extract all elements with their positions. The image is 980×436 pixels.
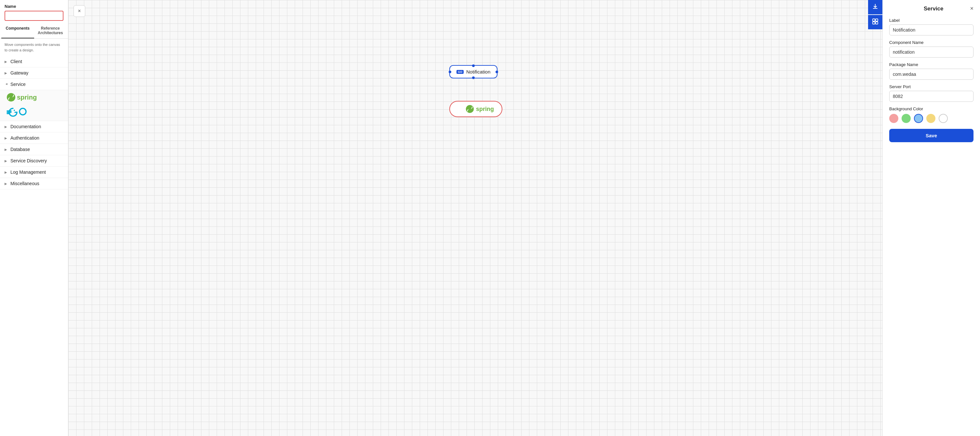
resize-handle-left[interactable] xyxy=(449,71,451,73)
svg-point-0 xyxy=(7,93,15,102)
nav-section: ▶ Client ▶ Gateway ▼ Service spring xyxy=(0,56,68,189)
color-swatch-yellow[interactable] xyxy=(926,114,935,123)
sidebar-item-miscellaneous-label: Miscellaneous xyxy=(10,181,39,186)
resize-handle-bottom[interactable] xyxy=(472,76,475,79)
color-swatch-green[interactable] xyxy=(902,114,911,123)
sidebar-item-log-management[interactable]: ▶ Log Management xyxy=(0,167,68,178)
sidebar-item-gateway-label: Gateway xyxy=(10,70,28,75)
spring-service-item[interactable]: spring xyxy=(6,93,64,102)
color-swatch-blue[interactable] xyxy=(914,114,923,123)
color-swatch-white[interactable] xyxy=(939,114,948,123)
layout-icon xyxy=(872,18,878,26)
resize-handle-right[interactable] xyxy=(496,71,498,73)
right-panel-header: Service × xyxy=(889,5,974,12)
svg-rect-10 xyxy=(875,22,878,24)
save-button[interactable]: Save xyxy=(889,129,974,142)
server-port-label: Server Port xyxy=(889,84,974,89)
component-name-label: Component Name xyxy=(889,40,974,45)
background-color-label: Background Color xyxy=(889,107,974,111)
go-icon xyxy=(6,105,33,118)
sidebar-item-authentication[interactable]: ▶ Authentication xyxy=(0,132,68,144)
chevron-right-icon: ▶ xyxy=(5,60,8,64)
notification-label: Notification xyxy=(466,69,490,75)
background-color-section: Background Color xyxy=(889,107,974,123)
sidebar-item-service[interactable]: ▼ Service xyxy=(0,79,68,90)
sidebar-item-service-discovery[interactable]: ▶ Service Discovery xyxy=(0,155,68,167)
svg-point-11 xyxy=(466,105,474,113)
sidebar-item-database-label: Database xyxy=(10,147,30,152)
svg-rect-8 xyxy=(875,19,878,21)
sidebar: Name Components Reference Architectures … xyxy=(0,0,68,436)
service-sub-items: spring xyxy=(0,90,68,121)
server-port-input[interactable] xyxy=(889,91,974,102)
sidebar-item-documentation[interactable]: ▶ Documentation xyxy=(0,121,68,132)
close-canvas-button[interactable]: × xyxy=(73,5,85,17)
close-icon: × xyxy=(78,8,81,14)
layout-button[interactable] xyxy=(868,15,882,29)
close-icon: × xyxy=(970,5,974,12)
label-input[interactable] xyxy=(889,24,974,35)
top-right-buttons xyxy=(868,0,882,29)
label-field-label: Label xyxy=(889,18,974,23)
sidebar-item-gateway[interactable]: ▶ Gateway xyxy=(0,67,68,79)
right-panel-title: Service xyxy=(897,6,970,12)
name-label: Name xyxy=(5,4,64,9)
package-name-label: Package Name xyxy=(889,62,974,67)
chevron-right-icon: ▶ xyxy=(5,136,8,140)
sidebar-item-documentation-label: Documentation xyxy=(10,124,41,129)
name-input[interactable] xyxy=(5,11,64,21)
sidebar-item-service-discovery-label: Service Discovery xyxy=(10,158,47,163)
sidebar-item-client-label: Client xyxy=(10,59,22,64)
component-name-field: Component Name xyxy=(889,40,974,57)
right-panel-close-button[interactable]: × xyxy=(970,5,974,12)
sidebar-item-client[interactable]: ▶ Client xyxy=(0,56,68,67)
name-section: Name xyxy=(0,0,68,24)
label-field: Label xyxy=(889,18,974,35)
spring-canvas-icon xyxy=(466,105,474,113)
sidebar-item-authentication-label: Authentication xyxy=(10,135,39,140)
color-options xyxy=(889,114,974,123)
tabs-bar: Components Reference Architectures xyxy=(0,24,68,39)
resize-handle-top[interactable] xyxy=(472,64,475,67)
canvas-area[interactable]: × GO xyxy=(68,0,882,436)
spring-icon xyxy=(6,93,16,102)
svg-point-4 xyxy=(19,108,26,115)
component-name-input[interactable] xyxy=(889,46,974,57)
server-port-field: Server Port xyxy=(889,84,974,102)
sidebar-item-database[interactable]: ▶ Database xyxy=(0,144,68,155)
chevron-right-icon: ▶ xyxy=(5,148,8,151)
go-badge: GO xyxy=(457,70,464,74)
chevron-down-icon: ▼ xyxy=(5,82,8,86)
chevron-right-icon: ▶ xyxy=(5,159,8,163)
sidebar-item-service-label: Service xyxy=(10,82,26,87)
chevron-right-icon: ▶ xyxy=(5,71,8,75)
download-icon xyxy=(872,3,878,11)
package-name-input[interactable] xyxy=(889,68,974,80)
svg-point-5 xyxy=(14,110,15,111)
go-service-item[interactable] xyxy=(6,105,64,118)
svg-rect-7 xyxy=(873,19,875,21)
spring-component[interactable]: spring xyxy=(449,101,502,117)
tab-reference-architectures[interactable]: Reference Architectures xyxy=(34,24,67,38)
tab-components[interactable]: Components xyxy=(1,24,34,38)
sidebar-item-log-management-label: Log Management xyxy=(10,170,46,175)
package-name-field: Package Name xyxy=(889,62,974,80)
chevron-right-icon: ▶ xyxy=(5,182,8,185)
spring-label: spring xyxy=(17,94,37,101)
chevron-right-icon: ▶ xyxy=(5,125,8,129)
right-panel: Service × Label Component Name Package N… xyxy=(882,0,980,436)
download-button[interactable] xyxy=(868,0,882,14)
spring-canvas-label: spring xyxy=(476,106,494,113)
svg-rect-9 xyxy=(873,22,875,24)
notification-component[interactable]: GO Notification xyxy=(449,65,498,78)
color-swatch-pink[interactable] xyxy=(889,114,898,123)
sidebar-item-miscellaneous[interactable]: ▶ Miscellaneous xyxy=(0,178,68,189)
svg-rect-6 xyxy=(873,8,878,9)
sidebar-hint: Move components onto the canvas to creat… xyxy=(0,39,68,56)
chevron-right-icon: ▶ xyxy=(5,170,8,174)
